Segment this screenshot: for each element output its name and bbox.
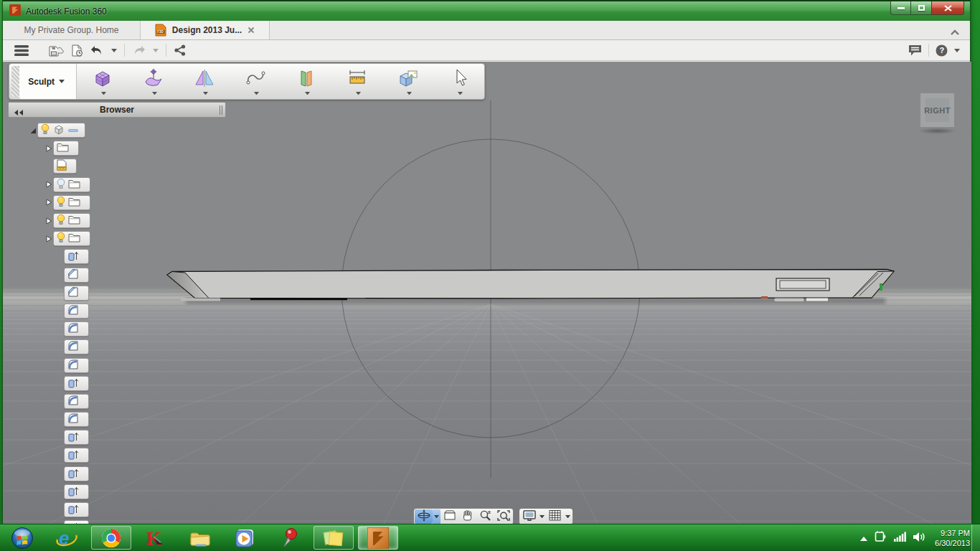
internet-explorer-taskbar-button[interactable]: e <box>44 524 89 551</box>
zoom-button[interactable]: ± <box>476 509 494 524</box>
titlebar[interactable]: Autodesk Fusion 360 <box>3 1 970 21</box>
ribbon-button-construct[interactable] <box>281 64 331 99</box>
close-button[interactable] <box>931 1 964 15</box>
tab-document[interactable]: F3D Design 2013 Ju... <box>141 21 270 39</box>
view-cube-label: RIGHT <box>924 106 951 115</box>
export-version-button[interactable] <box>71 44 83 57</box>
sticky-notes-taskbar-button[interactable] <box>311 524 356 551</box>
display-settings-button[interactable] <box>520 509 538 524</box>
tree-item-chip[interactable] <box>64 268 89 283</box>
collapsed-triangle-icon[interactable] <box>45 217 53 225</box>
tree-item-label[interactable] <box>68 129 78 132</box>
tree-item-chip[interactable] <box>64 286 89 301</box>
tree-item-chip[interactable] <box>64 430 89 445</box>
browser-resize-handle[interactable] <box>220 105 222 115</box>
tree-item-chip[interactable] <box>64 339 89 354</box>
comments-button[interactable] <box>908 44 922 56</box>
orbit-button[interactable] <box>415 509 433 524</box>
grid-settings-menu-button[interactable] <box>564 509 572 524</box>
tree-item-chip[interactable] <box>37 123 85 138</box>
fusion-360-taskbar-button[interactable] <box>356 524 400 551</box>
ribbon-button-symmetry[interactable] <box>179 64 230 99</box>
collapsed-triangle-icon[interactable] <box>45 199 53 206</box>
show-desktop-button[interactable] <box>971 524 980 551</box>
undo-button[interactable] <box>90 45 104 56</box>
tree-item-chip[interactable] <box>64 466 89 481</box>
ribbon-button-modify[interactable] <box>128 64 179 99</box>
tree-item-chip[interactable] <box>64 358 89 373</box>
pan-button[interactable] <box>458 509 476 524</box>
ribbon-button-sketch[interactable] <box>230 64 281 99</box>
caret-down-icon <box>101 92 106 95</box>
main-menu-button[interactable] <box>14 45 29 56</box>
display-settings-menu-button[interactable] <box>538 509 546 524</box>
tree-item-chip[interactable] <box>53 231 90 246</box>
wireless-tray-button[interactable] <box>894 532 906 545</box>
tree-item-chip[interactable] <box>64 321 89 336</box>
visibility-bulb-on-icon[interactable] <box>57 214 65 227</box>
fit-icon <box>496 509 511 524</box>
tree-item-chip[interactable] <box>53 159 77 174</box>
chrome-taskbar-button[interactable] <box>89 524 133 551</box>
collapse-tabbar-icon[interactable] <box>950 26 960 39</box>
ribbon-button-inspect[interactable] <box>331 64 382 99</box>
orbit-menu-button[interactable] <box>433 509 440 524</box>
visibility-bulb-off-icon[interactable] <box>57 178 65 192</box>
look-at-button[interactable] <box>440 509 458 524</box>
share-button[interactable] <box>174 44 187 56</box>
ribbon-button-create[interactable] <box>77 64 128 99</box>
pushpin-taskbar-button[interactable] <box>267 524 311 551</box>
windows-explorer-taskbar-button[interactable] <box>178 524 222 551</box>
collapsed-triangle-icon[interactable] <box>45 235 53 242</box>
browser-title: Browser <box>9 105 225 115</box>
model-body[interactable] <box>167 270 894 302</box>
network-tray-button[interactable] <box>875 531 887 546</box>
undo-menu-button[interactable] <box>111 49 117 52</box>
redo-menu-button[interactable] <box>153 49 159 52</box>
grid-settings-button[interactable] <box>546 509 564 524</box>
start-taskbar-button[interactable] <box>0 524 44 551</box>
fit-button[interactable] <box>494 509 512 524</box>
ribbon-grip[interactable] <box>11 66 19 97</box>
view-cube[interactable]: RIGHT <box>920 93 954 127</box>
collapsed-triangle-icon[interactable] <box>45 181 53 188</box>
ribbon-button-image[interactable] <box>382 64 433 99</box>
visibility-bulb-on-icon[interactable] <box>41 123 50 137</box>
ribbon-button-select[interactable] <box>433 64 484 99</box>
tree-item-chip[interactable] <box>53 141 79 156</box>
tree-item-chip[interactable] <box>53 195 90 210</box>
tree-item-chip[interactable] <box>64 502 89 517</box>
redo-button[interactable] <box>132 45 146 56</box>
help-button[interactable]: ? <box>936 44 948 57</box>
kaspersky-taskbar-button[interactable]: K <box>133 524 178 551</box>
tree-item-chip[interactable] <box>64 448 89 463</box>
tree-item-chip[interactable] <box>53 177 90 192</box>
tree-item-chip[interactable] <box>64 376 89 391</box>
expanded-triangle-icon[interactable] <box>29 127 37 134</box>
visibility-bulb-on-icon[interactable] <box>57 196 65 209</box>
collapse-browser-icon[interactable] <box>14 106 24 119</box>
maximize-button[interactable] <box>911 1 931 15</box>
tree-item-chip[interactable] <box>64 303 89 319</box>
collapsed-triangle-icon[interactable] <box>45 145 53 152</box>
visibility-bulb-on-icon[interactable] <box>57 232 65 245</box>
minimize-button[interactable] <box>890 1 911 15</box>
tree-item-chip[interactable] <box>64 394 89 409</box>
tree-item-chip[interactable] <box>64 412 89 427</box>
tab-close-icon[interactable] <box>248 27 255 34</box>
save-button[interactable] <box>49 44 64 57</box>
volume-tray-button[interactable] <box>913 532 925 545</box>
tree-item-chip[interactable] <box>53 213 90 228</box>
tree-item-chip[interactable] <box>64 484 89 499</box>
tab-home[interactable]: My Private Group. Home <box>3 21 141 39</box>
tree-item-chip[interactable] <box>64 249 89 264</box>
media-player-taskbar-button[interactable] <box>222 524 267 551</box>
help-menu-button[interactable] <box>954 49 960 52</box>
tray-expand-icon <box>859 536 868 542</box>
browser-header[interactable]: Browser <box>8 102 226 118</box>
clock[interactable]: 9:37 PM 6/30/2013 <box>935 528 970 549</box>
browser-tree <box>8 118 226 537</box>
tray-expand-button[interactable] <box>859 532 868 545</box>
orbit-icon <box>417 509 431 524</box>
workspace-switcher[interactable]: Sculpt <box>19 64 77 99</box>
